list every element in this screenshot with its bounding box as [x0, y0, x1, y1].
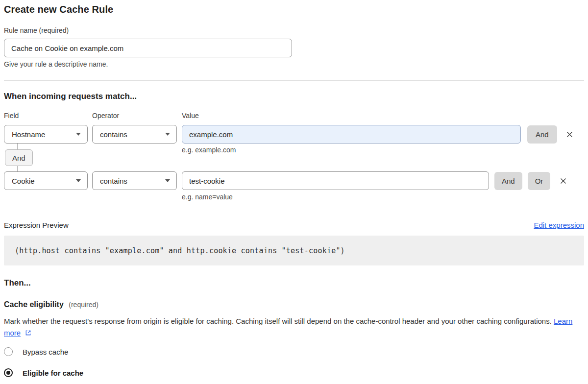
close-icon: [565, 130, 574, 139]
operator-select-row2[interactable]: contains: [92, 171, 177, 190]
expression-preview-code: (http.host contains "example.com" and ht…: [15, 246, 345, 255]
chevron-down-icon: [76, 133, 81, 136]
field-select-row1-value: Hostname: [12, 130, 45, 139]
page-title: Create new Cache Rule: [4, 4, 584, 15]
field-select-row2-value: Cookie: [12, 177, 35, 185]
expression-preview-header: Expression Preview Edit expression: [4, 221, 584, 229]
cache-eligibility-description: Mark whether the request’s response from…: [4, 315, 584, 339]
expression-preview-block: (http.host contains "example.com" and ht…: [4, 236, 584, 265]
operator-select-row1[interactable]: contains: [92, 125, 177, 144]
add-or-condition-row2-button[interactable]: Or: [528, 172, 551, 190]
radio-option-label: Bypass cache: [23, 348, 68, 356]
radio-option-label: Eligible for cache: [23, 369, 83, 377]
field-column-label: Field: [4, 112, 88, 120]
radio-unselected-icon: [4, 347, 13, 356]
operator-select-row2-value: contains: [100, 177, 127, 185]
close-icon: [559, 176, 568, 186]
radio-option-eligible-for-cache[interactable]: Eligible for cache: [4, 368, 584, 377]
create-cache-rule-page: Create new Cache Rule Rule name (require…: [0, 0, 588, 377]
match-heading: When incoming requests match...: [4, 92, 584, 101]
rule-name-helper: Give your rule a descriptive name.: [4, 60, 584, 68]
connector-and-chip[interactable]: And: [5, 149, 33, 166]
chevron-down-icon: [76, 179, 81, 182]
connector-line-top: [17, 144, 18, 149]
then-heading: Then...: [4, 278, 584, 288]
chevron-down-icon: [165, 179, 170, 182]
connector-line-bottom: [17, 166, 18, 171]
rule-name-input[interactable]: [4, 39, 292, 57]
remove-condition-row1-button[interactable]: [562, 126, 578, 143]
field-select-row1[interactable]: Hostname: [4, 125, 88, 144]
description-text: Mark whether the request’s response from…: [4, 317, 554, 325]
section-divider: [4, 80, 584, 81]
cache-eligibility-heading: Cache eligibility (required): [4, 300, 584, 309]
condition-row-1: Hostname contains And: [4, 125, 584, 144]
field-select-row2[interactable]: Cookie: [4, 171, 88, 190]
condition-connector-block: And e.g. example.com: [4, 144, 584, 171]
value-column-label: Value: [182, 112, 199, 120]
radio-selected-icon: [4, 368, 13, 377]
condition-column-labels: Field Operator Value: [4, 112, 584, 120]
add-and-condition-row1-button[interactable]: And: [527, 125, 557, 144]
add-and-condition-row2-button[interactable]: And: [494, 172, 522, 190]
external-link-icon: [24, 329, 32, 336]
edit-expression-link[interactable]: Edit expression: [534, 221, 584, 229]
radio-option-bypass-cache[interactable]: Bypass cache: [4, 347, 584, 356]
expression-preview-label: Expression Preview: [4, 221, 69, 229]
cache-eligibility-required-note: (required): [69, 301, 98, 309]
value-hint-row2: e.g. name=value: [182, 193, 584, 201]
value-hint-row1: e.g. example.com: [182, 146, 236, 154]
value-input-row2[interactable]: [182, 171, 489, 190]
rule-name-label: Rule name (required): [4, 26, 584, 34]
remove-condition-row2-button[interactable]: [555, 172, 571, 189]
cache-eligibility-title: Cache eligibility: [4, 300, 64, 309]
operator-column-label: Operator: [92, 112, 177, 120]
condition-row-2: Cookie contains And Or: [4, 171, 584, 190]
chevron-down-icon: [165, 133, 170, 136]
operator-select-row1-value: contains: [100, 130, 127, 139]
value-input-row1[interactable]: [182, 125, 521, 144]
